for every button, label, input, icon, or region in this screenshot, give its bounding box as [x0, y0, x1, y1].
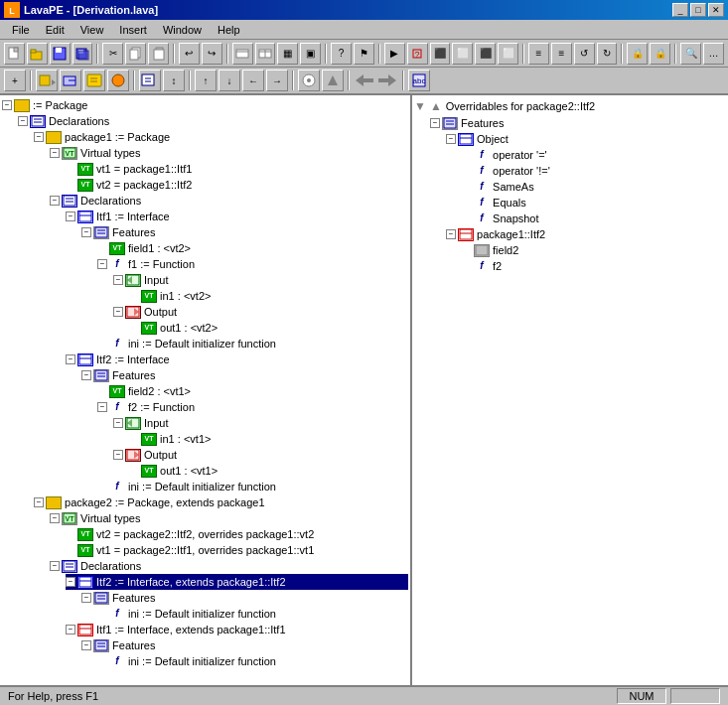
- node-out1b[interactable]: VT out1 : <vt1>: [129, 463, 408, 479]
- expand-itf1b[interactable]: −: [66, 625, 75, 634]
- node-feat3[interactable]: − Features: [81, 590, 408, 606]
- node-out1[interactable]: VT out1 : <vt2>: [129, 320, 408, 336]
- node-decl3[interactable]: − Declarations: [50, 558, 408, 574]
- right-pane[interactable]: ▼ ▲ Overridables for package2::Itf2 − Fe…: [412, 95, 728, 685]
- expand-r-feat[interactable]: −: [430, 118, 440, 128]
- btn20[interactable]: 🔒: [650, 43, 670, 65]
- menu-view[interactable]: View: [73, 22, 112, 38]
- r-node-op2[interactable]: f operator '!=': [462, 163, 726, 179]
- expand-r-obj[interactable]: −: [446, 134, 456, 144]
- node-itf2b[interactable]: − Itf2 := Interface, extends package1::I…: [66, 574, 408, 590]
- save-btn[interactable]: [50, 43, 71, 65]
- collapse-right-icon[interactable]: ▲: [430, 99, 442, 113]
- node-vt1a[interactable]: VT vt1 = package2::Itf1, overrides packa…: [66, 542, 408, 558]
- node-vt1[interactable]: VT vt1 = package1::Itf1: [66, 161, 408, 177]
- node-ini3[interactable]: f ini := Default initializer function: [97, 606, 408, 622]
- expand-pkg2[interactable]: −: [34, 497, 44, 507]
- btn12[interactable]: ⬛: [430, 43, 451, 65]
- expand-decl2[interactable]: −: [50, 196, 60, 206]
- new-btn[interactable]: [4, 43, 25, 65]
- expand-f1[interactable]: −: [97, 259, 107, 269]
- node-vtypes1[interactable]: − VT Virtual types: [50, 145, 408, 161]
- btn11[interactable]: ?: [407, 43, 428, 65]
- node-field1[interactable]: VT field1 : <vt2>: [97, 240, 408, 256]
- title-buttons[interactable]: _ □ ✕: [672, 3, 724, 17]
- tb2-down-btn[interactable]: ↓: [218, 70, 240, 91]
- node-itf2[interactable]: − Itf2 := Interface: [66, 352, 408, 367]
- menu-window[interactable]: Window: [155, 22, 210, 38]
- menu-help[interactable]: Help: [210, 22, 248, 38]
- node-itf1[interactable]: − Itf1 := Interface: [66, 209, 408, 224]
- node-f2[interactable]: − f f2 := Function: [97, 399, 408, 415]
- expand-itf2b[interactable]: −: [66, 577, 75, 587]
- node-decl1[interactable]: − Declarations: [18, 113, 408, 129]
- tb2-btn5[interactable]: [107, 70, 129, 91]
- expand-feat2[interactable]: −: [81, 370, 91, 380]
- node-in1[interactable]: VT in1 : <vt2>: [129, 288, 408, 304]
- node-pkg1[interactable]: − package1 := Package: [34, 129, 408, 145]
- undo-btn[interactable]: ↩: [179, 43, 200, 65]
- btn5[interactable]: [232, 43, 253, 65]
- node-decl2[interactable]: − Declarations: [50, 193, 408, 209]
- cut-btn[interactable]: ✂: [102, 43, 123, 65]
- node-ini1[interactable]: f ini := Default initializer function: [97, 336, 408, 352]
- r-node-feat[interactable]: − Features: [430, 115, 726, 131]
- r-node-f2[interactable]: f f2: [462, 258, 726, 274]
- expand-input1[interactable]: −: [113, 275, 123, 285]
- r-node-field2[interactable]: field2: [462, 242, 726, 258]
- btn8[interactable]: ▣: [300, 43, 321, 65]
- redo-btn[interactable]: ↪: [202, 43, 222, 65]
- tb2-btn9[interactable]: [322, 70, 344, 91]
- btn19[interactable]: ↻: [597, 43, 618, 65]
- expand-output1[interactable]: −: [113, 307, 123, 317]
- btn7[interactable]: ▦: [277, 43, 298, 65]
- node-input1[interactable]: − Input: [113, 272, 408, 288]
- btn10[interactable]: ▶: [384, 43, 405, 65]
- r-node-op1[interactable]: f operator '=': [462, 147, 726, 163]
- node-input2[interactable]: − Input: [113, 415, 408, 431]
- menu-file[interactable]: File: [4, 22, 38, 38]
- r-node-snap[interactable]: f Snapshot: [462, 211, 726, 226]
- tb2-left-btn[interactable]: ←: [242, 70, 264, 91]
- node-root[interactable]: − := Package: [2, 97, 408, 113]
- node-vt2a[interactable]: VT vt2 = package2::Itf2, overrides packa…: [66, 526, 408, 542]
- expand-vtypes1[interactable]: −: [50, 148, 60, 158]
- tb2-btn8[interactable]: [298, 70, 320, 91]
- node-feat4[interactable]: − Features: [81, 637, 408, 653]
- btn13[interactable]: ⬜: [452, 43, 473, 65]
- expand-decl3[interactable]: −: [50, 561, 60, 571]
- node-pkg2[interactable]: − package2 := Package, extends package1: [34, 494, 408, 510]
- expand-feat4[interactable]: −: [81, 640, 91, 650]
- tb2-up-btn[interactable]: ↑: [195, 70, 217, 91]
- btn17[interactable]: ≡: [551, 43, 572, 65]
- expand-f2[interactable]: −: [97, 402, 107, 412]
- tb2-btn3[interactable]: [60, 70, 81, 91]
- expand-root[interactable]: −: [2, 100, 12, 110]
- expand-feat3[interactable]: −: [81, 593, 91, 603]
- expand-pkg1[interactable]: −: [34, 132, 44, 142]
- expand-output2[interactable]: −: [113, 450, 123, 460]
- node-feat2[interactable]: − Features: [81, 367, 408, 383]
- menu-insert[interactable]: Insert: [111, 22, 155, 38]
- tb2-btn4[interactable]: [83, 70, 105, 91]
- tb2-btn1[interactable]: +: [4, 70, 26, 91]
- expand-itf2[interactable]: −: [66, 354, 75, 364]
- close-btn[interactable]: ✕: [708, 3, 724, 17]
- expand-r-pkg[interactable]: −: [446, 229, 456, 239]
- r-node-pkg[interactable]: − package1::Itf2: [446, 226, 726, 242]
- btn14[interactable]: ⬛: [475, 43, 496, 65]
- node-vt2[interactable]: VT vt2 = package1::Itf2: [66, 177, 408, 193]
- open-btn[interactable]: [27, 43, 48, 65]
- node-f1[interactable]: − f f1 := Function: [97, 256, 408, 272]
- node-in1b[interactable]: VT in1 : <vt1>: [129, 431, 408, 447]
- expand-input2[interactable]: −: [113, 418, 123, 428]
- btn15[interactable]: ⬜: [498, 43, 518, 65]
- btn16[interactable]: ≡: [528, 43, 549, 65]
- r-node-eq[interactable]: f Equals: [462, 195, 726, 211]
- menu-edit[interactable]: Edit: [38, 22, 73, 38]
- expand-itf1[interactable]: −: [66, 212, 75, 221]
- node-ini2[interactable]: f ini := Default initializer function: [97, 479, 408, 494]
- tb2-btn7[interactable]: ↕: [163, 70, 185, 91]
- node-vtypes2[interactable]: − VT Virtual types: [50, 510, 408, 526]
- node-field2a[interactable]: VT field2 : <vt1>: [97, 383, 408, 399]
